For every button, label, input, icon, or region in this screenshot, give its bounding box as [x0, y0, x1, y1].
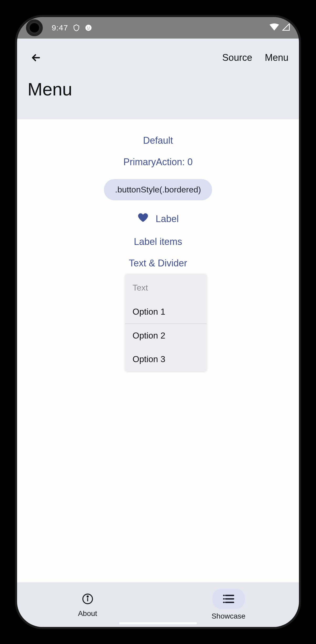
svg-point-5	[87, 596, 88, 597]
menu-item-default[interactable]: Default	[143, 135, 173, 146]
camera-cutout	[26, 19, 43, 36]
menu-item-text-divider[interactable]: Text & Divider	[129, 258, 187, 269]
popup-option-3[interactable]: Option 3	[125, 347, 207, 371]
back-button[interactable]	[28, 49, 44, 66]
list-icon	[221, 592, 236, 606]
svg-point-2	[89, 27, 90, 28]
header-action-menu[interactable]: Menu	[265, 52, 288, 63]
cell-signal-icon	[282, 23, 290, 33]
tab-about-label: About	[78, 609, 97, 618]
menu-item-primary-action[interactable]: PrimaryAction: 0	[123, 157, 193, 168]
popup-option-1[interactable]: Option 1	[125, 300, 207, 324]
shield-icon	[73, 24, 80, 32]
tab-showcase-label: Showcase	[212, 612, 245, 620]
heart-icon	[137, 212, 149, 226]
info-icon	[80, 592, 95, 606]
wifi-icon	[270, 23, 279, 33]
svg-point-1	[87, 27, 88, 28]
status-time: 9:47	[52, 23, 68, 32]
menu-item-bordered[interactable]: .buttonStyle(.bordered)	[104, 179, 212, 200]
status-bar: 9:47	[17, 17, 299, 39]
tab-showcase[interactable]: Showcase	[158, 582, 299, 627]
dropdown-popup: Text Option 1 Option 2 Option 3	[125, 274, 207, 371]
content-area: Default PrimaryAction: 0 .buttonStyle(.b…	[17, 119, 299, 582]
bottom-tab-bar: About Showcase	[17, 582, 299, 627]
menu-item-label[interactable]: Label	[137, 212, 179, 226]
menu-item-label-text: Label	[156, 213, 179, 224]
svg-point-0	[86, 25, 92, 31]
nav-handle[interactable]	[119, 622, 197, 624]
popup-header: Text	[125, 274, 207, 300]
header-action-source[interactable]: Source	[222, 52, 252, 63]
app-header: Source Menu Menu	[17, 39, 299, 119]
page-title: Menu	[28, 79, 288, 99]
arrow-left-icon	[30, 52, 42, 63]
menu-item-label-items[interactable]: Label items	[134, 236, 182, 247]
popup-option-2[interactable]: Option 2	[125, 324, 207, 347]
tab-about[interactable]: About	[17, 582, 158, 627]
face-icon	[85, 24, 92, 31]
